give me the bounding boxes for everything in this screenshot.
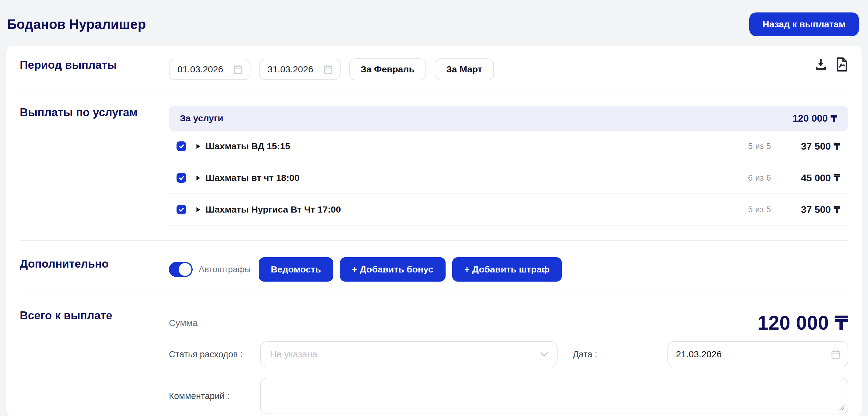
page-header: Боданов Нуралишер Назад к выплатам <box>0 0 868 46</box>
service-name: Шахматы Нургиса Вт Чт 17:00 <box>206 204 341 215</box>
service-count: 5 из 5 <box>748 141 771 151</box>
section-total: Всего к выплате Сумма 120 000 ₸ Статья р… <box>20 296 848 414</box>
service-count: 6 из 6 <box>748 173 771 183</box>
service-checkbox[interactable] <box>177 173 186 183</box>
service-name: Шахматы вт чт 18:00 <box>206 173 300 183</box>
payout-card: Период выплаты 01.03.2026 31.03.2026 За … <box>6 46 862 416</box>
total-amount: 120 000 ₸ <box>757 312 848 334</box>
toggle-knob <box>179 263 191 276</box>
page-title: Боданов Нуралишер <box>7 17 146 32</box>
services-group-header[interactable]: За услуги 120 000 ₸ <box>169 106 848 131</box>
service-amount: 45 000 ₸ <box>782 172 840 184</box>
comment-textarea[interactable] <box>260 378 848 414</box>
expand-arrow-icon[interactable] <box>196 207 200 213</box>
section-total-label: Всего к выплате <box>20 309 169 414</box>
calendar-icon <box>323 64 333 74</box>
export-pdf-button[interactable] <box>835 57 848 72</box>
payout-date-label: Дата : <box>573 349 597 359</box>
sum-row: Сумма 120 000 ₸ <box>169 309 848 337</box>
autofines-toggle[interactable] <box>169 262 193 277</box>
service-count: 5 из 5 <box>748 205 771 214</box>
service-row: Шахматы ВД 15:15 5 из 5 37 500 ₸ <box>169 131 848 162</box>
download-button[interactable] <box>814 58 828 71</box>
expense-category-select[interactable]: Не указана <box>260 341 558 367</box>
expense-category-placeholder: Не указана <box>270 349 317 359</box>
section-extras: Дополнительно Автоштрафы Ведомость + Доб… <box>20 240 848 296</box>
service-row: Шахматы вт чт 18:00 6 из 6 45 000 ₸ <box>169 162 848 194</box>
export-actions <box>814 57 848 72</box>
total-heading: Всего к выплате <box>20 309 169 322</box>
section-period-label: Период выплаты <box>20 58 169 80</box>
calendar-icon <box>831 349 841 359</box>
services-group-title: За услуги <box>180 113 223 124</box>
add-bonus-button[interactable]: + Добавить бонус <box>340 257 445 282</box>
pdf-file-icon <box>835 68 848 73</box>
period-start-date-value: 01.03.2026 <box>178 64 223 74</box>
section-services: Выплаты по услугам За услуги 120 000 ₸ Ш… <box>20 92 848 240</box>
service-amount: 37 500 ₸ <box>782 204 840 215</box>
comment-row: Комментарий : <box>169 378 848 414</box>
download-icon <box>814 68 828 72</box>
calendar-icon <box>233 64 243 74</box>
service-amount: 37 500 ₸ <box>782 140 840 152</box>
section-services-label: Выплаты по услугам <box>20 106 169 240</box>
payout-date-input[interactable]: 21.03.2026 <box>668 341 848 367</box>
comment-label: Комментарий : <box>169 391 260 401</box>
period-heading: Период выплаты <box>20 58 169 72</box>
period-end-date-input[interactable]: 31.03.2026 <box>259 59 341 80</box>
add-fine-button[interactable]: + Добавить штраф <box>452 257 562 282</box>
services-group-total: 120 000 ₸ <box>793 112 837 124</box>
services-spacer <box>169 226 848 240</box>
period-start-date-input[interactable]: 01.03.2026 <box>169 59 250 80</box>
service-row: Шахматы Нургиса Вт Чт 17:00 5 из 5 37 50… <box>169 194 848 226</box>
check-icon <box>178 143 185 150</box>
expand-arrow-icon[interactable] <box>196 143 200 149</box>
check-icon <box>178 174 185 181</box>
services-heading: Выплаты по услугам <box>20 106 169 119</box>
expense-category-label: Статья расходов : <box>169 349 260 359</box>
sum-label: Сумма <box>169 318 197 328</box>
check-icon <box>178 206 185 213</box>
payout-date-value: 21.03.2026 <box>676 349 722 359</box>
chevron-down-icon <box>540 351 549 357</box>
comment-field-wrap <box>260 378 848 414</box>
extras-heading: Дополнительно <box>20 257 169 271</box>
sheet-button[interactable]: Ведомость <box>259 257 333 282</box>
for-march-button[interactable]: За Март <box>435 58 494 80</box>
for-february-button[interactable]: За Февраль <box>349 58 426 80</box>
section-period: Период выплаты 01.03.2026 31.03.2026 За … <box>20 46 848 92</box>
period-end-date-value: 31.03.2026 <box>268 64 313 74</box>
expense-date-row: Статья расходов : Не указана Дата : 21.0… <box>169 341 848 367</box>
service-name: Шахматы ВД 15:15 <box>206 141 290 151</box>
section-extras-label: Дополнительно <box>20 257 169 282</box>
service-checkbox[interactable] <box>177 205 186 214</box>
back-to-payments-button[interactable]: Назад к выплатам <box>749 12 859 36</box>
expand-arrow-icon[interactable] <box>196 175 200 181</box>
autofines-label: Автоштрафы <box>199 265 251 274</box>
service-checkbox[interactable] <box>177 141 186 151</box>
